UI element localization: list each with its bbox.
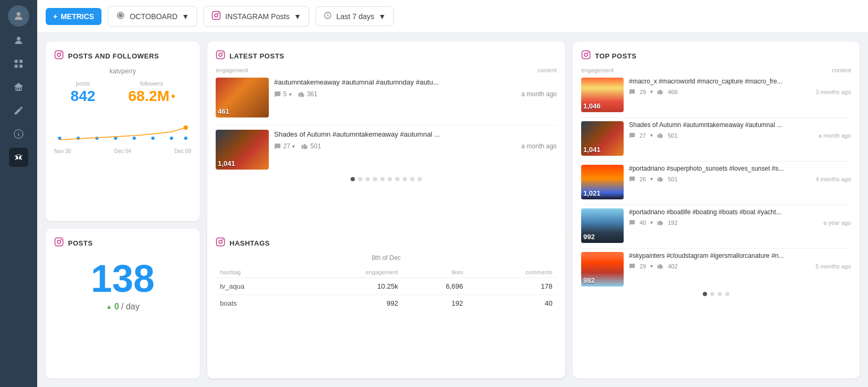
svg-point-18 [95,137,98,140]
svg-point-32 [57,240,61,243]
top-post-meta-5: 29 ▾ 402 5 months ago [629,263,851,270]
instagram-dropdown[interactable]: INSTAGRAM Posts ▼ [203,6,309,27]
dot-9[interactable] [410,177,414,181]
top-post-text-5: #skypainters #cloudstagram #igersmallorc… [629,252,851,260]
pf-dates: Nov 30 Dec 04 Dec 08 [54,148,191,154]
dot-6[interactable] [388,177,392,181]
top-engagement-label: engagement [581,67,614,73]
plus-icon: + [53,12,57,21]
post-thumb-1: 461 [216,78,269,117]
top-post-meta-2: 27 ▾ 501 a month ago [629,132,851,139]
dot-7[interactable] [395,177,399,181]
top-dot-3[interactable] [718,292,722,296]
dot-5[interactable] [380,177,385,181]
hashtag-tag-1: tv_aqua [216,278,299,295]
add-metrics-button[interactable]: + METRICS [46,8,101,25]
top-post-info-1: #macro_x #macroworld #macro_capture #mac… [629,78,851,95]
top-post-time-4: a year ago [823,220,851,226]
svg-point-15 [61,52,62,53]
dot-3[interactable] [365,177,370,181]
svg-point-22 [170,137,173,140]
dot-4[interactable] [373,177,377,181]
dot-10[interactable] [418,177,422,181]
svg-rect-3 [20,60,23,63]
latest-posts-title: LATEST POSTS [229,52,284,60]
dot-2[interactable] [358,177,362,181]
top-dot-1[interactable] [703,292,707,296]
posts-followers-card: POSTS AND FOLLOWERS katvperry posts 842 … [46,41,200,221]
latest-posts-header: LATEST POSTS [216,50,557,62]
post-meta-1: 5 ▾ 361 a month ago [274,90,557,98]
svg-point-1 [17,37,21,40]
engagement-col-header: engagement [299,267,402,278]
post-time-2: a month ago [521,142,557,150]
hashtags-card: HASHTAGS 8th of Dec hashtag engagement l… [207,229,565,378]
instagram-latest-icon [216,50,225,62]
top-divider-4 [581,248,851,249]
latest-eng-content-header: engagement content [216,67,557,73]
svg-point-29 [584,53,588,56]
posts-card-title: POSTS [68,239,93,247]
top-dot-2[interactable] [710,292,714,296]
top-post-thumb-3: 1,021 [581,165,624,199]
followers-value: 68.2M [128,88,169,105]
top-post-thumb-1: 1,046 [581,78,624,112]
sidebar [0,0,37,387]
top-eng-content-header: engagement content [581,67,851,73]
sidebar-info-icon[interactable] [9,124,28,144]
post-divider-1 [216,125,557,125]
top-post-5: 982 #skypainters #cloudstagram #igersmal… [581,252,851,287]
svg-rect-5 [20,65,23,68]
top-dot-4[interactable] [725,292,729,296]
top-pagination [581,292,851,296]
hashtag-tag-2: boats [216,295,299,312]
main-container: + METRICS OCTOBOARD ▼ INSTAGRAM Posts ▼ … [37,0,868,387]
latest-post-1: 461 #autumntakemeaway #autumnal #autumnd… [216,78,557,117]
hashtag-comments-1: 178 [467,278,557,295]
svg-point-27 [222,52,223,53]
date-dec04: Dec 04 [114,148,131,154]
date-nov30: Nov 30 [54,148,71,154]
post-count-1: 461 [218,107,229,115]
latest-pagination [216,177,557,181]
top-post-text-2: Shades of Autumn #autumntakemeaway #autu… [629,121,851,130]
sidebar-bug-icon[interactable] [9,148,28,167]
post-meta-2: 27 ▾ 501 a month ago [274,142,557,150]
avatar [8,5,29,27]
octoboard-dropdown[interactable]: OCTOBOARD ▼ [108,6,197,27]
content-label: content [538,67,557,73]
up-arrow-icon: ▲ [106,303,112,310]
sidebar-grid-icon[interactable] [9,54,28,73]
instagram-icon [211,11,221,22]
dot-8[interactable] [403,177,407,181]
time-dropdown[interactable]: Last 7 days ▼ [316,6,394,26]
pf-chart [54,109,191,146]
top-divider-2 [581,161,851,162]
top-post-info-2: Shades of Autumn #autumntakemeaway #autu… [629,121,851,139]
content-grid: POSTS AND FOLLOWERS katvperry posts 842 … [37,33,868,387]
per-day-label: / day [121,302,140,312]
top-post-thumb-2: 1,041 [581,121,624,156]
top-post-count-5: 982 [583,276,595,284]
svg-rect-25 [217,51,225,59]
dot-1[interactable] [351,177,355,181]
top-posts-title: TOP POSTS [595,52,636,60]
octoboard-icon [116,11,125,22]
sidebar-user-icon[interactable] [9,31,28,50]
hashtag-engagement-2: 992 [299,295,402,312]
post-comments-2: 27 ▾ [274,142,295,150]
metrics-label: METRICS [61,12,94,21]
svg-point-21 [151,137,155,140]
svg-point-20 [133,137,136,140]
svg-rect-34 [217,238,225,246]
svg-point-33 [61,239,62,240]
hashtags-header: HASHTAGS [216,237,557,249]
pf-subtitle: katvperry [54,68,191,75]
sidebar-pencil-icon[interactable] [9,101,28,120]
per-day-value: 0 [114,302,119,312]
sidebar-bank-icon[interactable] [9,78,28,97]
top-post-thumb-4: 992 [581,208,624,243]
engagement-label: engagement [216,67,248,73]
posts-stat: posts 842 [71,80,96,105]
svg-rect-2 [15,60,18,63]
